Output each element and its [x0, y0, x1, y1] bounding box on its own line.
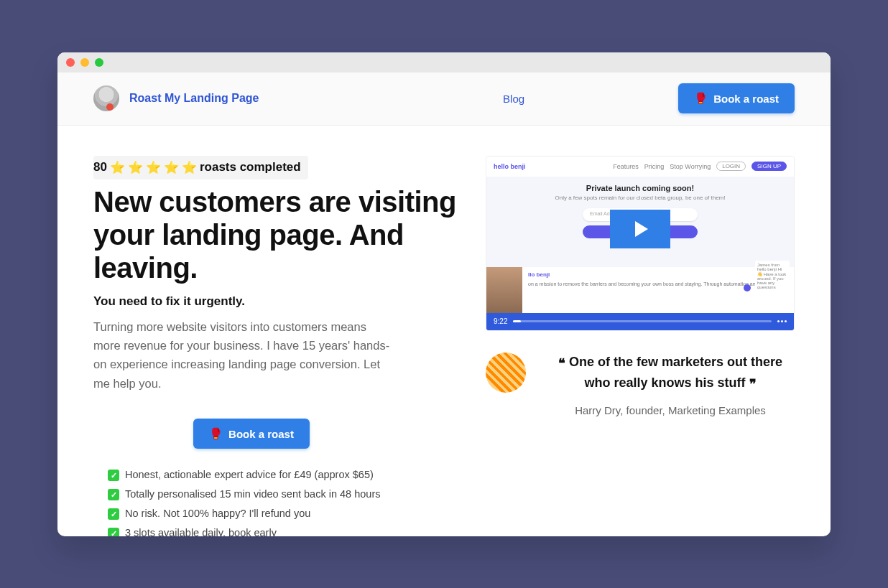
check-icon: ✓ — [108, 470, 119, 481]
video-mock-header: hello benji Features Pricing Stop Worryi… — [486, 157, 794, 177]
brand-avatar — [93, 85, 119, 111]
video-nav-signup: SIGN UP — [751, 162, 787, 171]
quote-open-icon: ❝ — [558, 356, 565, 370]
hero-subhead: You need to fix it urgently. — [93, 294, 464, 309]
quote-close-icon: ❞ — [749, 377, 757, 391]
benefit-text: 3 slots available daily, book early — [125, 527, 277, 536]
hero-headline: New customers are visiting your landing … — [93, 185, 464, 284]
video-menu-icon[interactable] — [777, 320, 787, 322]
chat-badge-icon — [744, 284, 751, 291]
video-nav-item: Features — [613, 163, 639, 170]
book-roast-label: Book a roast — [228, 428, 294, 440]
video-nav-login: LOGIN — [716, 162, 746, 171]
benefit-text: Honest, actionable expert advice for £49… — [125, 469, 374, 480]
benefit-item: ✓Totally personalised 15 min video sent … — [108, 488, 410, 500]
brand-link[interactable]: Roast My Landing Page — [129, 92, 259, 105]
rating-line: 80 ⭐ ⭐ ⭐ ⭐ ⭐ roasts completed — [93, 156, 308, 179]
testimonial: ❝ One of the few marketers out there who… — [486, 353, 795, 416]
video-player[interactable]: hello benji Features Pricing Stop Worryi… — [486, 156, 795, 331]
video-nav-item: Pricing — [644, 163, 665, 170]
video-mock-lower: llo benji on a mission to remove the bar… — [486, 267, 794, 313]
rating-count: 80 — [93, 160, 107, 174]
chat-note: James from hello benji Hi 👋 Have a look … — [755, 261, 790, 291]
video-timestamp: 9:22 — [494, 317, 507, 325]
play-icon — [635, 221, 648, 237]
play-button[interactable] — [610, 210, 670, 248]
hero-right: hello benji Features Pricing Stop Worryi… — [486, 156, 795, 536]
star-icon: ⭐ — [164, 160, 179, 175]
book-roast-button-hero[interactable]: 🥊 Book a roast — [193, 419, 310, 449]
video-mock-title: Private launch coming soon! — [494, 184, 787, 192]
testimonial-attribution: Harry Dry, founder, Marketing Examples — [546, 404, 795, 416]
window-titlebar — [57, 52, 831, 73]
rating-suffix: roasts completed — [200, 160, 301, 174]
check-icon: ✓ — [108, 508, 119, 520]
book-roast-label: Book a roast — [713, 93, 779, 105]
check-icon: ✓ — [108, 489, 119, 500]
browser-window: Roast My Landing Page Blog 🥊 Book a roas… — [57, 52, 831, 536]
glove-icon: 🥊 — [694, 92, 708, 105]
video-mock-sub: Only a few spots remain for our closed b… — [494, 195, 787, 201]
benefit-text: No risk. Not 100% happy? I'll refund you — [125, 508, 310, 519]
star-icon: ⭐ — [146, 160, 161, 175]
hero-body: Turning more website visitors into custo… — [93, 317, 395, 393]
video-lower-brand: llo benji — [528, 271, 788, 279]
star-icon: ⭐ — [128, 160, 143, 175]
window-maximize-icon[interactable] — [95, 58, 103, 67]
star-icon: ⭐ — [182, 160, 197, 175]
book-roast-button-header[interactable]: 🥊 Book a roast — [678, 83, 795, 113]
benefit-item: ✓No risk. Not 100% happy? I'll refund yo… — [108, 508, 410, 520]
video-mock-brand: hello benji — [494, 163, 526, 170]
testimonial-quote: ❝ One of the few marketers out there who… — [546, 353, 795, 394]
star-icon: ⭐ — [110, 160, 125, 175]
window-minimize-icon[interactable] — [80, 58, 89, 67]
site-header: Roast My Landing Page Blog 🥊 Book a roas… — [57, 73, 831, 126]
hero-left: 80 ⭐ ⭐ ⭐ ⭐ ⭐ roasts completed New custom… — [93, 156, 464, 536]
window-close-icon[interactable] — [66, 58, 75, 67]
benefit-item: ✓3 slots available daily, book early — [108, 527, 410, 536]
glove-icon: 🥊 — [209, 427, 223, 440]
video-progress[interactable] — [513, 320, 772, 322]
nav-blog[interactable]: Blog — [503, 93, 524, 105]
benefit-item: ✓Honest, actionable expert advice for £4… — [108, 469, 410, 481]
video-nav-item: Stop Worrying — [670, 163, 711, 170]
video-controls[interactable]: 9:22 — [486, 313, 794, 330]
main-content: 80 ⭐ ⭐ ⭐ ⭐ ⭐ roasts completed New custom… — [57, 126, 831, 536]
check-icon: ✓ — [108, 528, 119, 536]
benefit-text: Totally personalised 15 min video sent b… — [125, 488, 380, 500]
presenter-face — [486, 267, 522, 313]
benefits-list: ✓Honest, actionable expert advice for £4… — [93, 469, 410, 536]
video-mock-nav: Features Pricing Stop Worrying LOGIN SIG… — [613, 162, 787, 171]
testimonial-avatar — [486, 353, 526, 393]
